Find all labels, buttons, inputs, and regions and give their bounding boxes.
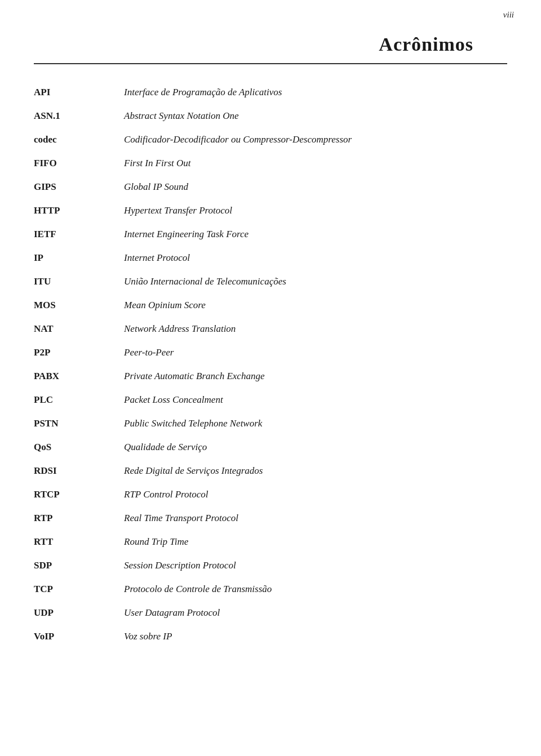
acronym-value: Codificador-Decodificador ou Compressor-… xyxy=(124,134,352,145)
acronym-key: PSTN xyxy=(34,418,124,429)
acronym-key: PLC xyxy=(34,394,124,406)
acronym-value: Interface de Programação de Aplicativos xyxy=(124,87,282,98)
acronym-value: RTP Control Protocol xyxy=(124,489,209,500)
acronym-key: VoIP xyxy=(34,631,124,642)
table-row: PABXPrivate Automatic Branch Exchange xyxy=(34,371,507,382)
acronym-list: APIInterface de Programação de Aplicativ… xyxy=(0,64,541,688)
acronym-value: Global IP Sound xyxy=(124,181,188,193)
table-row: TCPProtocolo de Controle de Transmissão xyxy=(34,584,507,595)
acronym-key: IETF xyxy=(34,229,124,240)
table-row: codecCodificador-Decodificador ou Compre… xyxy=(34,134,507,145)
acronym-key: UDP xyxy=(34,607,124,619)
acronym-value: União Internacional de Telecomunicações xyxy=(124,276,286,287)
acronym-value: Rede Digital de Serviços Integrados xyxy=(124,465,263,477)
acronym-key: IP xyxy=(34,252,124,264)
acronym-key: RTP xyxy=(34,513,124,524)
table-row: IETFInternet Engineering Task Force xyxy=(34,229,507,240)
table-row: RDSIRede Digital de Serviços Integrados xyxy=(34,465,507,477)
page-title: Acrônimos xyxy=(34,34,473,55)
table-row: FIFOFirst In First Out xyxy=(34,158,507,169)
table-row: SDPSession Description Protocol xyxy=(34,560,507,571)
acronym-value: Peer-to-Peer xyxy=(124,347,174,358)
acronym-key: GIPS xyxy=(34,181,124,193)
acronym-value: Private Automatic Branch Exchange xyxy=(124,371,264,382)
acronym-key: RDSI xyxy=(34,465,124,477)
acronym-key: FIFO xyxy=(34,158,124,169)
table-row: GIPSGlobal IP Sound xyxy=(34,181,507,193)
acronym-key: ASN.1 xyxy=(34,110,124,122)
acronym-value: Session Description Protocol xyxy=(124,560,236,571)
acronym-value: Internet Engineering Task Force xyxy=(124,229,249,240)
acronym-value: Round Trip Time xyxy=(124,536,188,548)
acronym-key: QoS xyxy=(34,442,124,453)
table-row: MOSMean Opinium Score xyxy=(34,300,507,311)
acronym-value: Mean Opinium Score xyxy=(124,300,206,311)
table-row: UDPUser Datagram Protocol xyxy=(34,607,507,619)
table-row: PSTNPublic Switched Telephone Network xyxy=(34,418,507,429)
table-row: VoIPVoz sobre IP xyxy=(34,631,507,642)
page-number: viii xyxy=(503,10,514,20)
table-row: HTTPHypertext Transfer Protocol xyxy=(34,205,507,216)
acronym-key: codec xyxy=(34,134,124,145)
acronym-key: P2P xyxy=(34,347,124,358)
acronym-key: ITU xyxy=(34,276,124,287)
acronym-value: First In First Out xyxy=(124,158,191,169)
acronym-value: Packet Loss Concealment xyxy=(124,394,223,406)
acronym-value: Hypertext Transfer Protocol xyxy=(124,205,232,216)
acronym-value: Public Switched Telephone Network xyxy=(124,418,262,429)
acronym-key: HTTP xyxy=(34,205,124,216)
acronym-key: SDP xyxy=(34,560,124,571)
acronym-value: Protocolo de Controle de Transmissão xyxy=(124,584,272,595)
table-row: ITUUnião Internacional de Telecomunicaçõ… xyxy=(34,276,507,287)
acronym-key: API xyxy=(34,87,124,98)
acronym-key: PABX xyxy=(34,371,124,382)
acronym-value: Real Time Transport Protocol xyxy=(124,513,238,524)
table-row: NATNetwork Address Translation xyxy=(34,323,507,335)
acronym-key: RTCP xyxy=(34,489,124,500)
table-row: PLCPacket Loss Concealment xyxy=(34,394,507,406)
table-row: RTTRound Trip Time xyxy=(34,536,507,548)
acronym-key: TCP xyxy=(34,584,124,595)
acronym-key: MOS xyxy=(34,300,124,311)
acronym-value: Voz sobre IP xyxy=(124,631,172,642)
table-row: IPInternet Protocol xyxy=(34,252,507,264)
table-row: ASN.1Abstract Syntax Notation One xyxy=(34,110,507,122)
acronym-key: NAT xyxy=(34,323,124,335)
table-row: RTCPRTP Control Protocol xyxy=(34,489,507,500)
table-row: APIInterface de Programação de Aplicativ… xyxy=(34,87,507,98)
acronym-key: RTT xyxy=(34,536,124,548)
table-row: P2PPeer-to-Peer xyxy=(34,347,507,358)
table-row: RTPReal Time Transport Protocol xyxy=(34,513,507,524)
table-row: QoSQualidade de Serviço xyxy=(34,442,507,453)
acronym-value: Internet Protocol xyxy=(124,252,190,264)
acronym-value: Abstract Syntax Notation One xyxy=(124,110,239,122)
acronym-value: Network Address Translation xyxy=(124,323,236,335)
acronym-value: User Datagram Protocol xyxy=(124,607,220,619)
acronym-value: Qualidade de Serviço xyxy=(124,442,207,453)
